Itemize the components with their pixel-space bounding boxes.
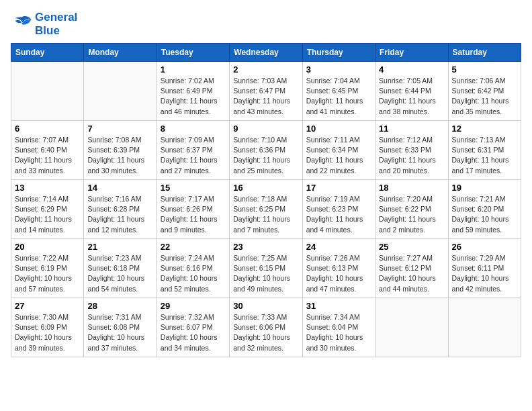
day-detail: Sunrise: 7:24 AMSunset: 6:16 PMDaylight:… <box>161 253 226 294</box>
day-detail: Sunrise: 7:04 AMSunset: 6:45 PMDaylight:… <box>306 76 371 117</box>
day-detail: Sunrise: 7:03 AMSunset: 6:47 PMDaylight:… <box>233 76 298 117</box>
day-detail: Sunrise: 7:22 AMSunset: 6:19 PMDaylight:… <box>15 253 80 294</box>
day-number: 8 <box>161 124 226 134</box>
calendar-cell: 18Sunrise: 7:20 AMSunset: 6:22 PMDayligh… <box>375 180 448 239</box>
calendar-cell: 9Sunrise: 7:10 AMSunset: 6:36 PMDaylight… <box>230 121 302 180</box>
day-header-sunday: Sunday <box>11 44 84 62</box>
day-number: 12 <box>452 124 517 134</box>
day-number: 20 <box>15 242 80 252</box>
day-detail: Sunrise: 7:06 AMSunset: 6:42 PMDaylight:… <box>452 76 517 117</box>
day-number: 30 <box>233 301 298 311</box>
day-number: 5 <box>452 64 517 75</box>
day-detail: Sunrise: 7:19 AMSunset: 6:23 PMDaylight:… <box>306 194 371 235</box>
day-header-saturday: Saturday <box>448 44 521 62</box>
day-detail: Sunrise: 7:12 AMSunset: 6:33 PMDaylight:… <box>379 135 444 176</box>
day-detail: Sunrise: 7:20 AMSunset: 6:22 PMDaylight:… <box>379 194 444 235</box>
day-number: 3 <box>306 64 371 75</box>
day-number: 15 <box>161 183 226 193</box>
day-number: 13 <box>15 183 80 193</box>
day-detail: Sunrise: 7:21 AMSunset: 6:20 PMDaylight:… <box>452 194 517 235</box>
calendar-table: SundayMondayTuesdayWednesdayThursdayFrid… <box>11 43 521 357</box>
logo-bird-icon <box>11 15 32 34</box>
calendar-cell: 24Sunrise: 7:26 AMSunset: 6:13 PMDayligh… <box>302 239 375 298</box>
calendar-cell <box>375 298 448 357</box>
day-detail: Sunrise: 7:14 AMSunset: 6:29 PMDaylight:… <box>15 194 80 235</box>
calendar-cell: 1Sunrise: 7:02 AMSunset: 6:49 PMDaylight… <box>157 62 229 121</box>
day-number: 7 <box>87 124 152 134</box>
day-detail: Sunrise: 7:31 AMSunset: 6:08 PMDaylight:… <box>87 312 152 353</box>
day-number: 31 <box>306 301 371 311</box>
calendar-cell: 4Sunrise: 7:05 AMSunset: 6:44 PMDaylight… <box>375 62 448 121</box>
calendar-cell <box>448 298 521 357</box>
day-number: 4 <box>379 64 444 75</box>
calendar-cell: 19Sunrise: 7:21 AMSunset: 6:20 PMDayligh… <box>448 180 521 239</box>
day-number: 26 <box>452 242 517 252</box>
day-detail: Sunrise: 7:11 AMSunset: 6:34 PMDaylight:… <box>306 135 371 176</box>
day-number: 19 <box>452 183 517 193</box>
day-detail: Sunrise: 7:30 AMSunset: 6:09 PMDaylight:… <box>15 312 80 353</box>
day-detail: Sunrise: 7:05 AMSunset: 6:44 PMDaylight:… <box>379 76 444 117</box>
week-row-1: 1Sunrise: 7:02 AMSunset: 6:49 PMDaylight… <box>11 62 521 121</box>
calendar-cell: 25Sunrise: 7:27 AMSunset: 6:12 PMDayligh… <box>375 239 448 298</box>
week-row-3: 13Sunrise: 7:14 AMSunset: 6:29 PMDayligh… <box>11 180 521 239</box>
day-number: 28 <box>87 301 152 311</box>
day-number: 25 <box>379 242 444 252</box>
day-detail: Sunrise: 7:23 AMSunset: 6:18 PMDaylight:… <box>87 253 152 294</box>
day-detail: Sunrise: 7:07 AMSunset: 6:40 PMDaylight:… <box>15 135 80 176</box>
calendar-cell: 3Sunrise: 7:04 AMSunset: 6:45 PMDaylight… <box>302 62 375 121</box>
day-header-wednesday: Wednesday <box>230 44 302 62</box>
calendar-cell: 5Sunrise: 7:06 AMSunset: 6:42 PMDaylight… <box>448 62 521 121</box>
week-row-4: 20Sunrise: 7:22 AMSunset: 6:19 PMDayligh… <box>11 239 521 298</box>
day-detail: Sunrise: 7:29 AMSunset: 6:11 PMDaylight:… <box>452 253 517 294</box>
day-header-friday: Friday <box>375 44 448 62</box>
day-detail: Sunrise: 7:08 AMSunset: 6:39 PMDaylight:… <box>87 135 152 176</box>
calendar-cell <box>11 62 84 121</box>
logo: General Blue <box>11 11 77 38</box>
day-detail: Sunrise: 7:17 AMSunset: 6:26 PMDaylight:… <box>161 194 226 235</box>
day-detail: Sunrise: 7:10 AMSunset: 6:36 PMDaylight:… <box>233 135 298 176</box>
day-detail: Sunrise: 7:18 AMSunset: 6:25 PMDaylight:… <box>233 194 298 235</box>
calendar-cell: 27Sunrise: 7:30 AMSunset: 6:09 PMDayligh… <box>11 298 84 357</box>
calendar-cell: 11Sunrise: 7:12 AMSunset: 6:33 PMDayligh… <box>375 121 448 180</box>
day-number: 2 <box>233 64 298 75</box>
day-number: 6 <box>15 124 80 134</box>
calendar-cell: 15Sunrise: 7:17 AMSunset: 6:26 PMDayligh… <box>157 180 229 239</box>
calendar-cell: 7Sunrise: 7:08 AMSunset: 6:39 PMDaylight… <box>84 121 157 180</box>
day-detail: Sunrise: 7:27 AMSunset: 6:12 PMDaylight:… <box>379 253 444 294</box>
day-detail: Sunrise: 7:09 AMSunset: 6:37 PMDaylight:… <box>161 135 226 176</box>
calendar-cell: 12Sunrise: 7:13 AMSunset: 6:31 PMDayligh… <box>448 121 521 180</box>
day-number: 17 <box>306 183 371 193</box>
day-number: 16 <box>233 183 298 193</box>
day-number: 18 <box>379 183 444 193</box>
calendar-cell: 8Sunrise: 7:09 AMSunset: 6:37 PMDaylight… <box>157 121 229 180</box>
day-number: 9 <box>233 124 298 134</box>
calendar-cell: 29Sunrise: 7:32 AMSunset: 6:07 PMDayligh… <box>157 298 229 357</box>
calendar-cell: 30Sunrise: 7:33 AMSunset: 6:06 PMDayligh… <box>230 298 302 357</box>
calendar-cell: 22Sunrise: 7:24 AMSunset: 6:16 PMDayligh… <box>157 239 229 298</box>
day-number: 21 <box>87 242 152 252</box>
day-number: 10 <box>306 124 371 134</box>
calendar-cell: 13Sunrise: 7:14 AMSunset: 6:29 PMDayligh… <box>11 180 84 239</box>
day-detail: Sunrise: 7:02 AMSunset: 6:49 PMDaylight:… <box>161 76 226 117</box>
calendar-cell: 17Sunrise: 7:19 AMSunset: 6:23 PMDayligh… <box>302 180 375 239</box>
calendar-cell: 2Sunrise: 7:03 AMSunset: 6:47 PMDaylight… <box>230 62 302 121</box>
week-row-2: 6Sunrise: 7:07 AMSunset: 6:40 PMDaylight… <box>11 121 521 180</box>
day-detail: Sunrise: 7:26 AMSunset: 6:13 PMDaylight:… <box>306 253 371 294</box>
day-header-tuesday: Tuesday <box>157 44 229 62</box>
calendar-cell: 21Sunrise: 7:23 AMSunset: 6:18 PMDayligh… <box>84 239 157 298</box>
day-number: 29 <box>161 301 226 311</box>
day-number: 14 <box>87 183 152 193</box>
day-detail: Sunrise: 7:33 AMSunset: 6:06 PMDaylight:… <box>233 312 298 353</box>
day-detail: Sunrise: 7:34 AMSunset: 6:04 PMDaylight:… <box>306 312 371 353</box>
calendar-header-row: SundayMondayTuesdayWednesdayThursdayFrid… <box>11 44 521 62</box>
calendar-cell: 31Sunrise: 7:34 AMSunset: 6:04 PMDayligh… <box>302 298 375 357</box>
week-row-5: 27Sunrise: 7:30 AMSunset: 6:09 PMDayligh… <box>11 298 521 357</box>
calendar-cell: 28Sunrise: 7:31 AMSunset: 6:08 PMDayligh… <box>84 298 157 357</box>
calendar-cell: 10Sunrise: 7:11 AMSunset: 6:34 PMDayligh… <box>302 121 375 180</box>
day-number: 27 <box>15 301 80 311</box>
calendar-cell: 14Sunrise: 7:16 AMSunset: 6:28 PMDayligh… <box>84 180 157 239</box>
day-header-monday: Monday <box>84 44 157 62</box>
calendar-cell: 20Sunrise: 7:22 AMSunset: 6:19 PMDayligh… <box>11 239 84 298</box>
day-detail: Sunrise: 7:32 AMSunset: 6:07 PMDaylight:… <box>161 312 226 353</box>
day-number: 22 <box>161 242 226 252</box>
